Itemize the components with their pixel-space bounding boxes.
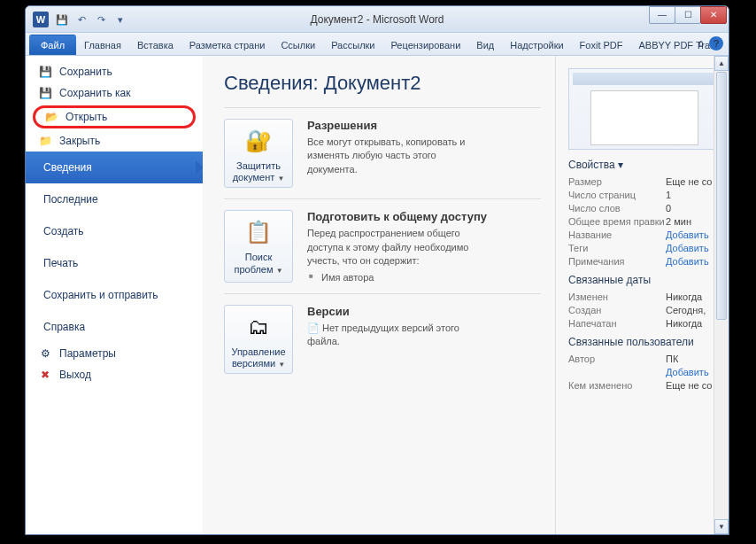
- related-people-heading: Связанные пользователи: [568, 336, 720, 348]
- titlebar: W 💾 ↶ ↷ ▾ Документ2 - Microsoft Word — ☐…: [26, 6, 729, 33]
- app-icon: W: [33, 12, 49, 27]
- prop-title-value[interactable]: Добавить: [666, 229, 709, 240]
- prepare-share-title: Подготовить к общему доступу: [307, 210, 487, 223]
- exit-icon: ✖: [38, 368, 52, 382]
- tab-file[interactable]: Файл: [29, 35, 76, 55]
- versions-icon: 🗂: [243, 311, 274, 343]
- dropdown-arrow-icon: ▼: [277, 175, 284, 183]
- sidebar: 💾Сохранить 💾Сохранить как 📂Открыть 📁Закр…: [26, 56, 203, 534]
- tab-insert[interactable]: Вставка: [129, 35, 181, 55]
- tab-view[interactable]: Вид: [468, 35, 502, 55]
- prop-size-label: Размер: [568, 176, 666, 187]
- save-icon: 💾: [38, 65, 52, 79]
- window-controls: — ☐ ✕: [650, 6, 727, 24]
- sidebar-info[interactable]: Сведения: [26, 152, 203, 183]
- prop-pages-value: 1: [666, 190, 671, 200]
- folder-open-icon: 📂: [44, 110, 58, 124]
- ribbon-tabs: Файл Главная Вставка Разметка страни Ссы…: [26, 33, 729, 56]
- dropdown-arrow-icon: ▼: [276, 267, 283, 275]
- protect-document-button[interactable]: 🔐 Защитить документ ▼: [224, 119, 293, 188]
- sidebar-save-as[interactable]: 💾Сохранить как: [26, 82, 203, 104]
- checklist-icon: 📋: [243, 216, 274, 248]
- sidebar-open[interactable]: 📂Открыть: [44, 110, 107, 124]
- vertical-scrollbar[interactable]: ▲ ▼: [714, 56, 729, 534]
- prop-comments-label: Примечания: [568, 256, 666, 267]
- permissions-title: Разрешения: [307, 119, 484, 132]
- doc-icon: 📄: [307, 323, 320, 333]
- tab-review[interactable]: Рецензировани: [383, 35, 469, 55]
- prop-words-value: 0: [666, 203, 671, 214]
- info-panel: Сведения: Документ2 🔐 Защитить документ …: [203, 56, 729, 534]
- divider: [224, 198, 541, 199]
- scroll-up-button[interactable]: ▲: [714, 56, 729, 71]
- undo-icon[interactable]: ↶: [73, 12, 89, 27]
- tab-foxit[interactable]: Foxit PDF: [572, 35, 631, 55]
- prepare-share-text: Перед распространением общего доступа к …: [307, 227, 484, 268]
- prop-words-label: Число слов: [568, 203, 666, 214]
- prop-time-label: Общее время правки: [568, 216, 666, 227]
- qat-dropdown-icon[interactable]: ▾: [112, 12, 128, 27]
- tab-references[interactable]: Ссылки: [273, 35, 323, 55]
- sidebar-recent[interactable]: Последние: [26, 183, 203, 215]
- sidebar-close[interactable]: 📁Закрыть: [26, 130, 203, 152]
- sidebar-options[interactable]: ⚙Параметры: [26, 343, 203, 364]
- versions-text: 📄 Нет предыдущих версий этого файла.: [307, 322, 484, 349]
- prop-printed-value: Никогда: [666, 318, 702, 329]
- sidebar-exit[interactable]: ✖Выход: [26, 364, 203, 385]
- related-dates-heading: Связанные даты: [568, 274, 720, 286]
- sidebar-send[interactable]: Сохранить и отправить: [26, 279, 203, 311]
- permissions-text: Все могут открывать, копировать и изменя…: [307, 136, 484, 176]
- window-title: Документ2 - Microsoft Word: [310, 13, 444, 26]
- sidebar-new[interactable]: Создать: [26, 215, 203, 247]
- versions-title: Версии: [307, 305, 484, 318]
- prop-size-value: Еще не со: [666, 176, 712, 187]
- sidebar-print[interactable]: Печать: [26, 247, 203, 279]
- info-heading: Сведения: Документ2: [224, 72, 541, 95]
- prop-lastmod-value: Еще не со: [666, 380, 712, 391]
- divider: [224, 107, 541, 108]
- tab-home[interactable]: Главная: [76, 35, 129, 55]
- highlight-open: 📂Открыть: [33, 105, 196, 128]
- sidebar-save[interactable]: 💾Сохранить: [26, 61, 203, 82]
- prop-pages-label: Число страниц: [568, 190, 666, 200]
- scroll-down-button[interactable]: ▼: [714, 519, 729, 534]
- properties-dropdown[interactable]: Свойства ▾: [568, 159, 720, 171]
- prop-author-value: ПК: [666, 354, 678, 364]
- tab-layout[interactable]: Разметка страни: [181, 35, 274, 55]
- quick-access-toolbar: 💾 ↶ ↷ ▾: [54, 12, 128, 27]
- check-issues-button[interactable]: 📋 Поиск проблем ▼: [224, 210, 293, 282]
- tab-mailings[interactable]: Рассылки: [323, 35, 382, 55]
- manage-versions-button[interactable]: 🗂 Управление версиями ▼: [224, 305, 293, 374]
- prop-tags-value[interactable]: Добавить: [666, 243, 709, 253]
- save-icon[interactable]: 💾: [54, 12, 70, 27]
- prepare-bullet: Имя автора: [307, 272, 487, 283]
- prop-created-value: Сегодня,: [666, 305, 706, 315]
- options-icon: ⚙: [38, 346, 52, 361]
- help-icon[interactable]: ?: [709, 36, 723, 51]
- tab-addins[interactable]: Надстройки: [502, 35, 571, 55]
- prop-lastmod-label: Кем изменено: [568, 380, 666, 391]
- add-author-link[interactable]: Добавить: [666, 367, 709, 377]
- ribbon-minimize-icon[interactable]: ۵: [698, 38, 704, 50]
- prop-created-label: Создан: [568, 305, 666, 315]
- prop-modified-label: Изменен: [568, 291, 666, 302]
- minimize-button[interactable]: —: [649, 6, 675, 24]
- properties-panel: Свойства ▾ РазмерЕще не со Число страниц…: [555, 56, 729, 534]
- prop-tags-label: Теги: [568, 243, 666, 253]
- dropdown-arrow-icon: ▼: [278, 361, 285, 369]
- scroll-thumb[interactable]: [716, 72, 727, 320]
- folder-close-icon: 📁: [38, 134, 52, 148]
- prop-time-value: 2 мин: [666, 216, 691, 227]
- close-button[interactable]: ✕: [700, 6, 727, 24]
- prop-author-label: Автор: [568, 354, 666, 364]
- save-as-icon: 💾: [38, 86, 52, 100]
- backstage: 💾Сохранить 💾Сохранить как 📂Открыть 📁Закр…: [26, 56, 729, 534]
- redo-icon[interactable]: ↷: [93, 12, 109, 27]
- sidebar-help[interactable]: Справка: [26, 311, 203, 343]
- maximize-button[interactable]: ☐: [675, 6, 701, 24]
- prop-comments-value[interactable]: Добавить: [666, 256, 709, 267]
- prop-title-label: Название: [568, 229, 666, 240]
- document-thumbnail[interactable]: [568, 68, 719, 150]
- prop-modified-value: Никогда: [666, 291, 702, 302]
- divider: [224, 293, 541, 294]
